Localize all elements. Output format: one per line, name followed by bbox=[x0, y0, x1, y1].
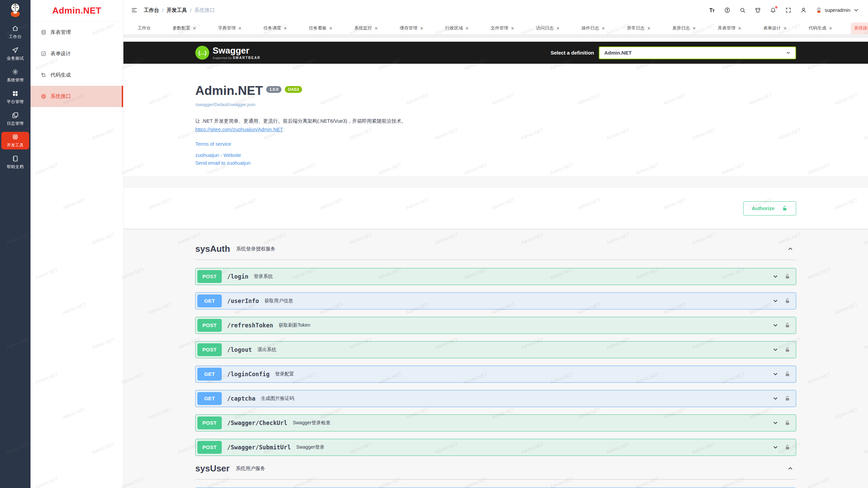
sidebar-item-db-table[interactable]: 库表管理 bbox=[31, 22, 123, 43]
close-icon[interactable] bbox=[238, 26, 242, 30]
unlock-icon[interactable] bbox=[785, 322, 790, 328]
close-icon[interactable] bbox=[738, 26, 742, 30]
sidebar-logo[interactable]: Admin.NET bbox=[31, 0, 123, 22]
close-icon[interactable] bbox=[692, 26, 696, 30]
sidebar-item-label: 系统接口 bbox=[51, 93, 71, 100]
section-header[interactable]: sysAuth 系统登录授权服务 bbox=[195, 244, 796, 260]
tab-任务看板[interactable]: 任务看板 bbox=[305, 22, 336, 34]
tab-参数配置[interactable]: 参数配置 bbox=[169, 22, 200, 34]
section-header[interactable]: sysUser 系统用户服务 bbox=[195, 463, 796, 480]
rail-item-system-admin[interactable]: 系统管理 bbox=[1, 67, 29, 84]
sidebar-item-form-design[interactable]: 表单设计 bbox=[31, 43, 123, 64]
tab-异常日志[interactable]: 异常日志 bbox=[624, 22, 654, 34]
close-icon[interactable] bbox=[601, 26, 605, 30]
close-icon[interactable] bbox=[783, 26, 787, 30]
tab-表单设计[interactable]: 表单设计 bbox=[760, 22, 790, 34]
operation-path: /logout bbox=[227, 346, 252, 353]
theme-icon[interactable] bbox=[755, 7, 761, 13]
unlock-icon[interactable] bbox=[785, 371, 790, 377]
close-icon[interactable] bbox=[511, 26, 514, 30]
tab-系统监控[interactable]: 系统监控 bbox=[351, 22, 381, 34]
sidebar-item-system-api[interactable]: 系统接口 bbox=[31, 86, 123, 107]
tab-差异日志[interactable]: 差异日志 bbox=[669, 22, 699, 34]
operation-row-/logout[interactable]: POST /logout 退出系统 bbox=[195, 341, 796, 358]
chevron-down-icon[interactable] bbox=[772, 322, 778, 328]
unlock-icon[interactable] bbox=[785, 347, 790, 352]
font-size-icon[interactable] bbox=[709, 7, 715, 13]
close-icon[interactable] bbox=[283, 26, 287, 30]
language-icon[interactable] bbox=[724, 7, 730, 13]
chevron-up-icon[interactable] bbox=[787, 465, 793, 471]
chevron-down-icon[interactable] bbox=[772, 420, 778, 426]
repo-link[interactable]: https://gitee.com/zuohuaijun/Admin.NET bbox=[195, 127, 283, 132]
unlock-icon[interactable] bbox=[785, 444, 790, 450]
tab-工作台[interactable]: 工作台 bbox=[134, 22, 154, 34]
operation-row-/login[interactable]: POST /login 登录系统 bbox=[195, 268, 796, 285]
operation-row-/captcha[interactable]: GET /captcha 生成图片验证码 bbox=[195, 390, 796, 407]
operation-row-/loginConfig[interactable]: GET /loginConfig 登录配置 bbox=[195, 366, 796, 383]
rail-item-dev-tools[interactable]: 开发工具 bbox=[1, 132, 29, 149]
rail-item-business-test[interactable]: 业务测试 bbox=[1, 45, 29, 63]
fullscreen-icon[interactable] bbox=[785, 7, 791, 13]
operation-row-/refreshToken[interactable]: POST /refreshToken 获取刷新Token bbox=[195, 317, 796, 334]
email-link[interactable]: Send email to zuohuaijun bbox=[195, 160, 796, 166]
api-title: Admin.NET bbox=[195, 84, 263, 98]
tab-操作日志[interactable]: 操作日志 bbox=[578, 22, 609, 34]
unlock-icon[interactable] bbox=[785, 420, 790, 426]
tab-代码生成[interactable]: 代码生成 bbox=[805, 22, 836, 34]
spec-url-link[interactable]: /swagger/Default/swagger.json bbox=[195, 102, 796, 107]
search-icon[interactable] bbox=[739, 7, 746, 13]
collapse-sidebar-icon[interactable] bbox=[131, 7, 138, 14]
close-icon[interactable] bbox=[193, 26, 196, 30]
tab-行政区域[interactable]: 行政区域 bbox=[442, 22, 472, 34]
sidebar-item-label: 表单设计 bbox=[51, 50, 71, 57]
chevron-down-icon[interactable] bbox=[772, 298, 778, 304]
operation-row-/userInfo[interactable]: GET /userInfo 获取用户信息 bbox=[195, 292, 796, 309]
breadcrumb-item[interactable]: 开发工具 bbox=[166, 7, 187, 14]
operation-summary: 登录配置 bbox=[275, 371, 294, 377]
operation-row-/Swagger/SubmitUrl[interactable]: POST /Swagger/SubmitUrl Swagger登录 bbox=[195, 439, 796, 456]
chevron-down-icon[interactable] bbox=[772, 371, 778, 377]
tab-缓存管理[interactable]: 缓存管理 bbox=[396, 22, 427, 34]
method-badge: POST bbox=[197, 441, 222, 454]
rail-item-help-docs[interactable]: 帮助文档 bbox=[1, 154, 29, 171]
breadcrumb-item[interactable]: 工作台 bbox=[144, 7, 159, 14]
rail-item-workbench[interactable]: 工作台 bbox=[1, 23, 29, 41]
chevron-down-icon[interactable] bbox=[772, 444, 778, 450]
unlock-icon[interactable] bbox=[785, 273, 790, 279]
tab-字典管理[interactable]: 字典管理 bbox=[215, 22, 245, 34]
tab-系统接口[interactable]: 系统接口 bbox=[851, 22, 868, 34]
sidebar-item-code-gen[interactable]: 代码生成 bbox=[31, 64, 123, 86]
tab-库表管理[interactable]: 库表管理 bbox=[714, 22, 745, 34]
close-icon[interactable] bbox=[647, 26, 651, 30]
notification-bell-icon[interactable] bbox=[770, 7, 776, 13]
tab-访问日志[interactable]: 访问日志 bbox=[533, 22, 563, 34]
chevron-down-icon[interactable] bbox=[772, 273, 778, 280]
definition-select[interactable]: Admin.NET bbox=[599, 46, 796, 59]
tab-文件管理[interactable]: 文件管理 bbox=[487, 22, 518, 34]
main-area: 工作台/开发工具/系统接口 bbox=[123, 0, 868, 488]
authorize-button[interactable]: Authorize bbox=[743, 201, 796, 216]
close-icon[interactable] bbox=[556, 26, 560, 30]
user-menu[interactable]: superadmin bbox=[816, 7, 859, 13]
chevron-up-icon[interactable] bbox=[787, 246, 793, 252]
close-icon[interactable] bbox=[465, 26, 469, 30]
book-icon bbox=[12, 155, 19, 162]
operation-row-/Swagger/CheckUrl[interactable]: POST /Swagger/CheckUrl Swagger登录检查 bbox=[195, 414, 796, 431]
rail-menu: 工作台业务测试系统管理平台管理日志管理开发工具帮助文档 bbox=[0, 21, 31, 173]
unlock-icon[interactable] bbox=[785, 395, 790, 401]
close-icon[interactable] bbox=[420, 26, 423, 30]
app-logo-avatar[interactable] bbox=[7, 2, 23, 18]
chevron-down-icon[interactable] bbox=[772, 347, 778, 353]
close-icon[interactable] bbox=[329, 26, 333, 30]
rail-item-log-admin[interactable]: 日志管理 bbox=[1, 110, 29, 128]
close-icon[interactable] bbox=[829, 26, 832, 30]
chevron-down-icon[interactable] bbox=[772, 395, 778, 402]
website-link[interactable]: zuohuaijun - Website bbox=[195, 152, 796, 158]
unlock-icon[interactable] bbox=[785, 298, 790, 304]
tab-任务调度[interactable]: 任务调度 bbox=[260, 22, 291, 34]
terms-of-service-link[interactable]: Terms of service bbox=[195, 141, 796, 147]
rail-item-platform-admin[interactable]: 平台管理 bbox=[1, 88, 29, 106]
profile-icon[interactable] bbox=[801, 7, 807, 13]
close-icon[interactable] bbox=[374, 26, 378, 30]
